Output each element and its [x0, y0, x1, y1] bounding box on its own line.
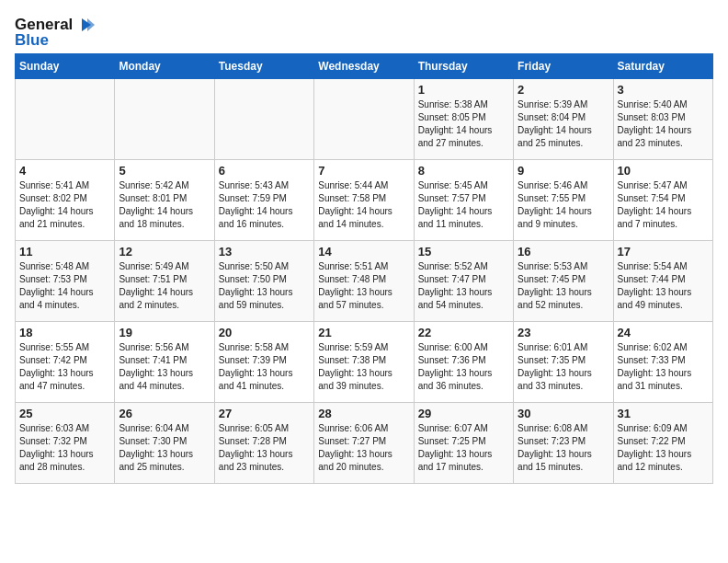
day-info: Sunrise: 5:41 AM Sunset: 8:02 PM Dayligh…	[19, 179, 110, 231]
day-cell: 16Sunrise: 5:53 AM Sunset: 7:45 PM Dayli…	[514, 241, 613, 322]
calendar-table: SundayMondayTuesdayWednesdayThursdayFrid…	[15, 53, 713, 484]
day-cell: 26Sunrise: 6:04 AM Sunset: 7:30 PM Dayli…	[115, 403, 214, 484]
day-cell: 30Sunrise: 6:08 AM Sunset: 7:23 PM Dayli…	[514, 403, 613, 484]
day-cell: 31Sunrise: 6:09 AM Sunset: 7:22 PM Dayli…	[613, 403, 712, 484]
day-info: Sunrise: 5:54 AM Sunset: 7:44 PM Dayligh…	[618, 260, 709, 312]
day-info: Sunrise: 5:48 AM Sunset: 7:53 PM Dayligh…	[19, 260, 110, 312]
day-info: Sunrise: 5:56 AM Sunset: 7:41 PM Dayligh…	[119, 341, 210, 393]
day-number: 5	[119, 164, 210, 178]
day-info: Sunrise: 6:01 AM Sunset: 7:35 PM Dayligh…	[518, 341, 609, 393]
day-cell: 22Sunrise: 6:00 AM Sunset: 7:36 PM Dayli…	[414, 322, 513, 403]
week-row-4: 18Sunrise: 5:55 AM Sunset: 7:42 PM Dayli…	[16, 322, 713, 403]
day-number: 26	[119, 407, 210, 420]
day-cell: 15Sunrise: 5:52 AM Sunset: 7:47 PM Dayli…	[414, 241, 513, 322]
day-number: 11	[19, 245, 110, 259]
day-info: Sunrise: 5:53 AM Sunset: 7:45 PM Dayligh…	[518, 260, 609, 312]
day-number: 29	[418, 407, 509, 420]
day-number: 14	[318, 245, 409, 259]
day-cell: 13Sunrise: 5:50 AM Sunset: 7:50 PM Dayli…	[214, 241, 313, 322]
day-info: Sunrise: 5:46 AM Sunset: 7:55 PM Dayligh…	[518, 179, 609, 231]
day-info: Sunrise: 6:07 AM Sunset: 7:25 PM Dayligh…	[418, 422, 509, 474]
day-cell: 24Sunrise: 6:02 AM Sunset: 7:33 PM Dayli…	[613, 322, 712, 403]
day-number: 22	[418, 326, 509, 339]
day-info: Sunrise: 6:02 AM Sunset: 7:33 PM Dayligh…	[618, 341, 709, 393]
col-header-tuesday: Tuesday	[214, 54, 313, 79]
col-header-wednesday: Wednesday	[314, 54, 414, 79]
col-header-friday: Friday	[514, 54, 613, 79]
day-info: Sunrise: 6:00 AM Sunset: 7:36 PM Dayligh…	[418, 341, 509, 393]
week-row-2: 4Sunrise: 5:41 AM Sunset: 8:02 PM Daylig…	[16, 160, 713, 241]
day-cell: 10Sunrise: 5:47 AM Sunset: 7:54 PM Dayli…	[613, 160, 712, 241]
day-number: 28	[318, 407, 409, 420]
day-cell: 19Sunrise: 5:56 AM Sunset: 7:41 PM Dayli…	[115, 322, 214, 403]
day-info: Sunrise: 5:38 AM Sunset: 8:05 PM Dayligh…	[418, 98, 509, 150]
day-info: Sunrise: 6:04 AM Sunset: 7:30 PM Dayligh…	[119, 422, 210, 474]
day-cell: 20Sunrise: 5:58 AM Sunset: 7:39 PM Dayli…	[214, 322, 313, 403]
day-cell: 3Sunrise: 5:40 AM Sunset: 8:03 PM Daylig…	[613, 79, 712, 160]
day-info: Sunrise: 5:55 AM Sunset: 7:42 PM Dayligh…	[19, 341, 110, 393]
day-cell: 2Sunrise: 5:39 AM Sunset: 8:04 PM Daylig…	[514, 79, 613, 160]
col-header-monday: Monday	[115, 54, 214, 79]
day-info: Sunrise: 5:45 AM Sunset: 7:57 PM Dayligh…	[418, 179, 509, 231]
day-number: 27	[219, 407, 310, 420]
day-cell: 7Sunrise: 5:44 AM Sunset: 7:58 PM Daylig…	[314, 160, 414, 241]
day-number: 8	[418, 164, 509, 178]
day-number: 15	[418, 245, 509, 259]
day-cell: 23Sunrise: 6:01 AM Sunset: 7:35 PM Dayli…	[514, 322, 613, 403]
day-number: 16	[518, 245, 609, 259]
day-cell: 1Sunrise: 5:38 AM Sunset: 8:05 PM Daylig…	[414, 79, 513, 160]
header: General Blue	[15, 15, 713, 50]
day-cell	[314, 79, 414, 160]
day-number: 31	[618, 407, 709, 420]
week-row-1: 1Sunrise: 5:38 AM Sunset: 8:05 PM Daylig…	[16, 79, 713, 160]
day-info: Sunrise: 5:42 AM Sunset: 8:01 PM Dayligh…	[119, 179, 210, 231]
col-header-sunday: Sunday	[16, 54, 115, 79]
day-number: 18	[19, 326, 110, 339]
logo-arrow-icon	[74, 15, 95, 35]
logo: General Blue	[15, 15, 95, 50]
day-cell: 14Sunrise: 5:51 AM Sunset: 7:48 PM Dayli…	[314, 241, 414, 322]
day-info: Sunrise: 5:44 AM Sunset: 7:58 PM Dayligh…	[318, 179, 409, 231]
day-cell: 27Sunrise: 6:05 AM Sunset: 7:28 PM Dayli…	[214, 403, 313, 484]
day-info: Sunrise: 5:39 AM Sunset: 8:04 PM Dayligh…	[518, 98, 609, 150]
day-info: Sunrise: 6:08 AM Sunset: 7:23 PM Dayligh…	[518, 422, 609, 474]
day-number: 1	[418, 83, 509, 97]
day-number: 23	[518, 326, 609, 339]
day-number: 9	[518, 164, 609, 178]
day-cell	[214, 79, 313, 160]
day-info: Sunrise: 5:58 AM Sunset: 7:39 PM Dayligh…	[219, 341, 310, 393]
day-info: Sunrise: 5:51 AM Sunset: 7:48 PM Dayligh…	[318, 260, 409, 312]
day-number: 30	[518, 407, 609, 420]
day-info: Sunrise: 5:47 AM Sunset: 7:54 PM Dayligh…	[618, 179, 709, 231]
day-number: 12	[119, 245, 210, 259]
day-info: Sunrise: 6:09 AM Sunset: 7:22 PM Dayligh…	[618, 422, 709, 474]
header-row: SundayMondayTuesdayWednesdayThursdayFrid…	[16, 54, 713, 79]
day-info: Sunrise: 5:52 AM Sunset: 7:47 PM Dayligh…	[418, 260, 509, 312]
day-number: 17	[618, 245, 709, 259]
svg-marker-1	[87, 18, 95, 31]
day-number: 20	[219, 326, 310, 339]
day-info: Sunrise: 6:03 AM Sunset: 7:32 PM Dayligh…	[19, 422, 110, 474]
day-number: 3	[618, 83, 709, 97]
day-cell: 4Sunrise: 5:41 AM Sunset: 8:02 PM Daylig…	[16, 160, 115, 241]
day-cell: 17Sunrise: 5:54 AM Sunset: 7:44 PM Dayli…	[613, 241, 712, 322]
day-info: Sunrise: 6:06 AM Sunset: 7:27 PM Dayligh…	[318, 422, 409, 474]
day-cell: 29Sunrise: 6:07 AM Sunset: 7:25 PM Dayli…	[414, 403, 513, 484]
day-cell	[115, 79, 214, 160]
day-cell: 9Sunrise: 5:46 AM Sunset: 7:55 PM Daylig…	[514, 160, 613, 241]
day-number: 7	[318, 164, 409, 178]
day-cell	[16, 79, 115, 160]
day-number: 19	[119, 326, 210, 339]
day-cell: 11Sunrise: 5:48 AM Sunset: 7:53 PM Dayli…	[16, 241, 115, 322]
logo-blue: Blue	[15, 31, 49, 50]
day-cell: 18Sunrise: 5:55 AM Sunset: 7:42 PM Dayli…	[16, 322, 115, 403]
day-number: 13	[219, 245, 310, 259]
day-cell: 25Sunrise: 6:03 AM Sunset: 7:32 PM Dayli…	[16, 403, 115, 484]
day-info: Sunrise: 5:43 AM Sunset: 7:59 PM Dayligh…	[219, 179, 310, 231]
day-info: Sunrise: 5:50 AM Sunset: 7:50 PM Dayligh…	[219, 260, 310, 312]
logo-graphic: General Blue	[15, 15, 95, 50]
day-info: Sunrise: 6:05 AM Sunset: 7:28 PM Dayligh…	[219, 422, 310, 474]
day-cell: 5Sunrise: 5:42 AM Sunset: 8:01 PM Daylig…	[115, 160, 214, 241]
day-number: 6	[219, 164, 310, 178]
day-cell: 21Sunrise: 5:59 AM Sunset: 7:38 PM Dayli…	[314, 322, 414, 403]
